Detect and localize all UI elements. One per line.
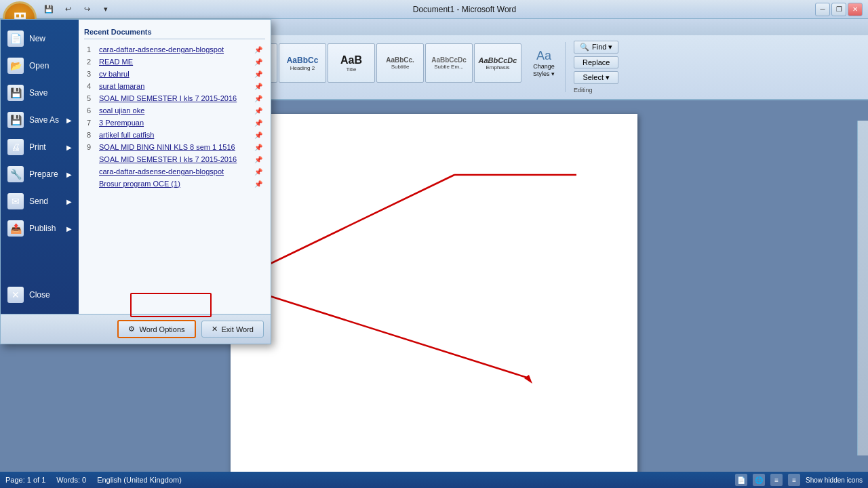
svg-marker-4 <box>524 375 532 384</box>
dropdown-btn[interactable]: ▾ <box>99 3 113 16</box>
change-styles-button[interactable]: Aa ChangeStyles ▾ <box>526 46 562 81</box>
view-draft-btn[interactable]: ≡ <box>788 474 800 486</box>
saveas-arrow: ▶ <box>66 117 72 124</box>
pin-icon: 📌 <box>254 119 262 127</box>
doc-name: READ ME <box>99 58 252 66</box>
menu-item-prepare[interactable]: 🔧 Prepare ▶ <box>1 161 79 188</box>
style-h2-label: Heading 2 <box>290 65 315 71</box>
recent-doc-10[interactable]: SOAL MID SEMESTER I kls 7 2015-2016 📌 <box>84 153 265 165</box>
recent-doc-4[interactable]: 4 surat lamaran 📌 <box>84 80 265 92</box>
recent-doc-1[interactable]: 1 cara-daftar-adsense-dengan-blogspot 📌 <box>84 43 265 56</box>
redo-btn[interactable]: ↪ <box>80 3 94 16</box>
menu-item-new-label: New <box>29 34 45 43</box>
doc-name: surat lamaran <box>99 82 252 90</box>
menu-item-send[interactable]: ✉ Send ▶ <box>1 188 79 215</box>
doc-num: 6 <box>87 106 96 115</box>
pin-icon: 📌 <box>254 180 262 188</box>
office-menu: 📄 New 📂 Open 💾 Save 💾 Save As ▶ 🖨 <box>0 19 271 344</box>
exit-icon: ✕ <box>212 325 218 333</box>
recent-doc-8[interactable]: 8 artikel full catfish 📌 <box>84 129 265 141</box>
minimize-button[interactable]: ─ <box>815 3 830 16</box>
style-heading2[interactable]: AaBbCc Heading 2 <box>279 43 326 83</box>
menu-item-saveas[interactable]: 💾 Save As ▶ <box>1 106 79 134</box>
prepare-icon: 🔧 <box>7 166 24 182</box>
recent-documents-panel: Recent Documents 1 cara-daftar-adsense-d… <box>79 20 271 314</box>
saveas-icon: 💾 <box>7 112 24 128</box>
replace-button[interactable]: Replace <box>574 56 618 68</box>
menu-item-publish[interactable]: 📤 Publish ▶ <box>1 215 79 242</box>
save-quick-btn[interactable]: 💾 <box>42 3 56 16</box>
office-menu-nav: 📄 New 📂 Open 💾 Save 💾 Save As ▶ 🖨 <box>1 20 79 314</box>
select-button[interactable]: Select ▾ <box>574 71 618 84</box>
style-emphasis[interactable]: AaBbCcDc Emphasis <box>474 43 521 83</box>
editing-group: 🔍 Find ▾ Replace Select ▾ Editing <box>568 38 624 96</box>
menu-item-save-label: Save <box>29 88 47 98</box>
doc-name: cara-daftar-adsense-dengan-blogspot <box>99 45 252 54</box>
word-count: Words: 0 <box>56 476 86 484</box>
menu-item-open[interactable]: 📂 Open <box>1 52 79 79</box>
publish-icon: 📤 <box>7 220 24 237</box>
pin-icon: 📌 <box>254 46 262 54</box>
doc-num: 9 <box>87 143 96 151</box>
language-status: English (United Kingdom) <box>97 476 182 484</box>
doc-name: cv bahrul <box>99 70 252 78</box>
recent-doc-6[interactable]: 6 soal ujian oke 📌 <box>84 104 265 117</box>
doc-name: SOAL MID SEMESTER I kls 7 2015-2016 <box>99 155 252 163</box>
recent-doc-12[interactable]: Brosur program OCE (1) 📌 <box>84 178 265 190</box>
menu-item-open-label: Open <box>29 61 49 70</box>
recent-doc-2[interactable]: 2 READ ME 📌 <box>84 56 265 68</box>
new-icon: 📄 <box>7 30 24 47</box>
doc-name: artikel full catfish <box>99 131 252 139</box>
style-subtle-em[interactable]: AaBbCcDc Subtle Em... <box>425 43 473 83</box>
menu-item-new[interactable]: 📄 New <box>1 25 79 52</box>
change-styles-icon: Aa <box>536 49 551 63</box>
show-hidden-icons[interactable]: Show hidden icons <box>806 476 863 484</box>
document-annotations <box>231 114 637 472</box>
find-label: Find ▾ <box>592 43 612 52</box>
window-controls: ─ ❐ ✕ <box>815 3 863 16</box>
style-subtitle-label: Subtitle <box>391 64 410 70</box>
recent-doc-5[interactable]: 5 SOAL MID SEMESTER I kls 7 2015-2016 📌 <box>84 92 265 104</box>
doc-num: 2 <box>87 58 96 66</box>
view-web-btn[interactable]: 🌐 <box>753 474 765 486</box>
exit-word-button[interactable]: ✕ Exit Word <box>201 321 264 338</box>
close-button[interactable]: ✕ <box>848 3 863 16</box>
page-status: Page: 1 of 1 <box>5 476 45 484</box>
recent-doc-3[interactable]: 3 cv bahrul 📌 <box>84 68 265 80</box>
find-button[interactable]: 🔍 Find ▾ <box>574 41 618 54</box>
view-outline-btn[interactable]: ≡ <box>770 474 783 486</box>
doc-num: 4 <box>87 82 96 90</box>
doc-num: 5 <box>87 94 96 102</box>
style-subtitle-preview: AaBbCc. <box>386 56 414 64</box>
document-page[interactable] <box>231 114 637 472</box>
style-title[interactable]: AaB Title <box>328 43 375 83</box>
restore-button[interactable]: ❐ <box>831 3 846 16</box>
menu-item-publish-label: Publish <box>29 224 56 233</box>
style-title-preview: AaB <box>340 54 362 66</box>
menu-item-close[interactable]: ✕ Close <box>1 281 79 308</box>
undo-btn[interactable]: ↩ <box>61 3 75 16</box>
menu-item-save[interactable]: 💾 Save <box>1 79 79 106</box>
recent-doc-7[interactable]: 7 3 Perempuan 📌 <box>84 117 265 129</box>
menu-item-print-label: Print <box>29 142 46 152</box>
doc-name: SOAL MID SEMESTER I kls 7 2015-2016 <box>99 94 252 102</box>
recent-doc-9[interactable]: 9 SOAL MID BING NINI KLS 8 sem 1 1516 📌 <box>84 141 265 153</box>
status-bar-right: 📄 🌐 ≡ ≡ Show hidden icons <box>735 474 863 486</box>
menu-item-close-label: Close <box>29 290 50 300</box>
word-options-icon: ⚙ <box>128 325 135 333</box>
office-menu-bottom: ⚙ Word Options ✕ Exit Word <box>1 314 271 344</box>
pin-icon: 📌 <box>254 83 262 90</box>
pin-icon: 📌 <box>254 168 262 176</box>
doc-name: soal ujian oke <box>99 106 252 115</box>
style-subtitle[interactable]: AaBbCc. Subtitle <box>376 43 424 83</box>
print-icon: 🖨 <box>7 139 24 155</box>
recent-doc-11[interactable]: cara-daftar-adsense-dengan-blogspot 📌 <box>84 165 265 178</box>
send-icon: ✉ <box>7 193 24 209</box>
style-subtle-em-preview: AaBbCcDc <box>431 56 467 64</box>
menu-item-print[interactable]: 🖨 Print ▶ <box>1 134 79 161</box>
style-subtle-em-label: Subtle Em... <box>434 64 464 70</box>
change-styles-label: ChangeStyles ▾ <box>533 63 555 78</box>
word-options-button[interactable]: ⚙ Word Options <box>117 320 195 338</box>
view-print-btn[interactable]: 📄 <box>735 474 747 486</box>
right-scrollbar[interactable] <box>857 121 868 455</box>
